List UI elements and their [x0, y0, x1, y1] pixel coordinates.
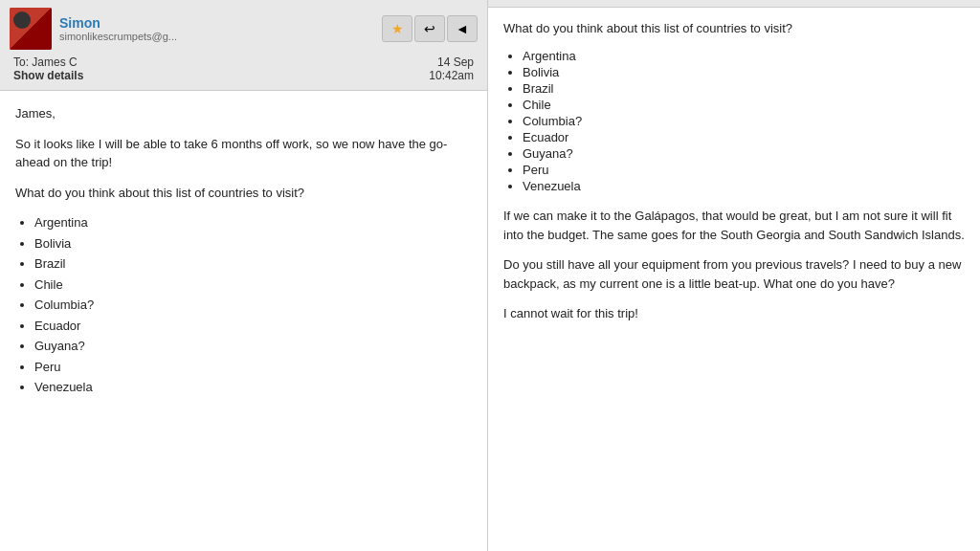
list-item: Venezuela — [34, 378, 472, 397]
date-time: 14 Sep 10:42am — [429, 55, 474, 82]
header-actions: ★ ↩ ◄ — [382, 15, 478, 42]
list-item: Brazil — [34, 254, 472, 274]
right-topbar — [488, 0, 980, 8]
email-left-panel: Simon simonlikescrumpets@g... ★ ↩ ◄ To: … — [0, 0, 488, 551]
galapagos-paragraph: If we can make it to the Galápagos, that… — [503, 207, 965, 244]
show-details-link[interactable]: Show details — [13, 69, 83, 82]
list-item: Ecuador — [34, 317, 472, 336]
list-item: Bolivia — [523, 65, 965, 79]
email-body: James, So it looks like I will be able t… — [0, 91, 487, 551]
list-item: Columbia? — [523, 114, 965, 128]
list-item: Ecuador — [523, 130, 965, 144]
list-item: Bolivia — [34, 234, 472, 253]
sender-info: Simon simonlikescrumpets@g... — [59, 15, 374, 42]
greeting: James, — [15, 104, 472, 123]
closing-paragraph: I cannot wait for this trip! — [503, 304, 965, 323]
back-button[interactable]: ◄ — [447, 15, 478, 42]
right-container: What do you think about this list of cou… — [488, 0, 980, 551]
right-intro: What do you think about this list of cou… — [503, 19, 965, 38]
body-paragraph1: So it looks like I will be able to take … — [15, 135, 472, 172]
list-item: Brazil — [523, 81, 965, 96]
header-meta: To: James C Show details 14 Sep 10:42am — [10, 55, 478, 82]
sender-name: Simon — [59, 15, 374, 31]
list-item: Argentina — [523, 49, 965, 63]
countries-list-left: Argentina Bolivia Brazil Chile Columbia?… — [34, 213, 472, 397]
list-item: Guyana? — [34, 337, 472, 356]
avatar — [10, 8, 52, 50]
header-top: Simon simonlikescrumpets@g... ★ ↩ ◄ — [10, 8, 478, 50]
list-item: Argentina — [34, 213, 472, 232]
email-header: Simon simonlikescrumpets@g... ★ ↩ ◄ To: … — [0, 0, 487, 91]
equipment-paragraph: Do you still have all your equipment fro… — [503, 255, 965, 293]
reply-button[interactable]: ↩ — [414, 15, 445, 42]
sender-email: simonlikescrumpets@g... — [59, 31, 374, 42]
list-item: Peru — [34, 358, 472, 377]
star-button[interactable]: ★ — [382, 15, 412, 42]
list-item: Venezuela — [523, 179, 965, 193]
to-field: To: James C — [13, 55, 83, 69]
email-time: 10:42am — [429, 69, 474, 82]
list-item: Chile — [523, 98, 965, 112]
list-item: Guyana? — [523, 146, 965, 161]
header-meta-left: To: James C Show details — [13, 55, 83, 82]
email-date: 14 Sep — [429, 55, 474, 69]
right-panel: What do you think about this list of cou… — [488, 8, 980, 551]
list-item: Peru — [523, 163, 965, 177]
countries-list-right: Argentina Bolivia Brazil Chile Columbia?… — [523, 49, 965, 193]
list-item: Chile — [34, 276, 472, 295]
body-paragraph2: What do you think about this list of cou… — [15, 184, 472, 203]
list-item: Columbia? — [34, 296, 472, 315]
